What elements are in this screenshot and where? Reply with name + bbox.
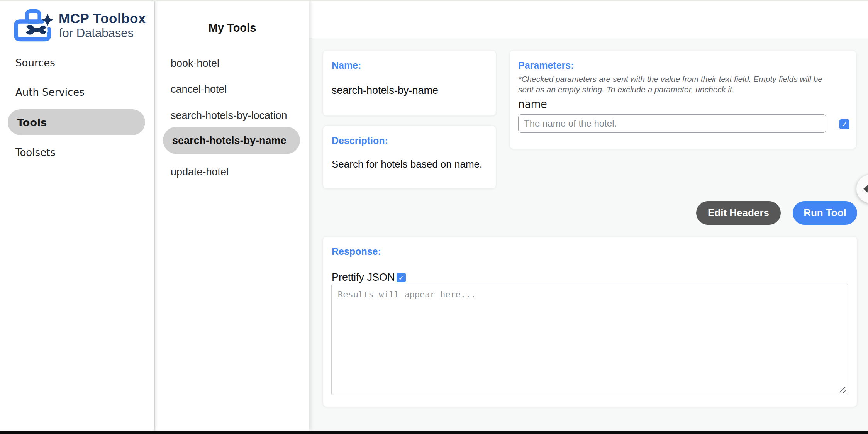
main-header-strip: [309, 0, 868, 38]
chevron-left-icon: [863, 184, 868, 194]
mcp-toolbox-app: MCP Toolbox for Databases Sources Auth S…: [0, 0, 868, 434]
brand-subtitle: for Databases: [59, 26, 134, 40]
sidebar-item-auth-services[interactable]: Auth Services: [15, 86, 85, 98]
tool-item-book-hotel[interactable]: book-hotel: [171, 57, 219, 70]
parameter-name-checkbox[interactable]: [839, 119, 849, 129]
tools-panel-title: My Tools: [155, 22, 309, 34]
response-card: Response: Prettify JSON: [323, 236, 857, 407]
sidebar-item-tools-selected[interactable]: Tools: [8, 109, 145, 135]
sidebar-item-sources[interactable]: Sources: [15, 57, 55, 69]
sidebar: MCP Toolbox for Databases Sources Auth S…: [0, 0, 154, 431]
textarea-resize-handle[interactable]: [839, 386, 846, 393]
brand-title: MCP Toolbox: [59, 11, 146, 26]
description-label: Description:: [332, 135, 388, 146]
tool-description-card: Description: Search for hotels based on …: [323, 125, 496, 189]
parameters-note: *Checked parameters are sent with the va…: [518, 74, 838, 95]
toolbox-wrench-logo-icon: [12, 6, 56, 42]
parameter-name-input[interactable]: [518, 114, 826, 133]
tool-item-search-hotels-by-location[interactable]: search-hotels-by-location: [171, 109, 287, 122]
tool-name-card: Name: search-hotels-by-name: [323, 50, 496, 116]
sidebar-item-tools-label: Tools: [17, 116, 47, 128]
tool-item-cancel-hotel[interactable]: cancel-hotel: [171, 83, 227, 95]
response-label: Response:: [332, 246, 381, 257]
selected-tool-label: search-hotels-by-name: [172, 134, 287, 146]
edit-headers-button[interactable]: Edit Headers: [696, 201, 781, 225]
run-tool-button[interactable]: Run Tool: [793, 201, 857, 225]
prettify-json-label: Prettify JSON: [332, 271, 395, 283]
bottom-edge-bar: [0, 431, 868, 434]
top-edge-line: [0, 0, 868, 1]
tool-description-value: Search for hotels based on name.: [332, 158, 482, 170]
app-logo: MCP Toolbox for Databases: [12, 5, 143, 44]
parameter-name-label: name: [518, 97, 547, 111]
drawer-toggle-button[interactable]: [856, 175, 868, 203]
parameters-card: Parameters: *Checked parameters are sent…: [509, 50, 856, 149]
sparkle-icon: [41, 14, 54, 26]
tool-item-update-hotel[interactable]: update-hotel: [171, 166, 229, 178]
sidebar-item-toolsets[interactable]: Toolsets: [15, 147, 56, 159]
parameters-label: Parameters:: [518, 60, 574, 71]
tool-name-value: search-hotels-by-name: [332, 85, 438, 97]
tool-item-search-hotels-by-name-selected[interactable]: search-hotels-by-name: [163, 127, 300, 154]
prettify-json-checkbox[interactable]: [397, 273, 406, 282]
name-label: Name:: [332, 60, 361, 71]
response-output-textarea[interactable]: [331, 284, 848, 395]
tools-list-panel: My Tools book-hotel cancel-hotel search-…: [155, 0, 309, 431]
